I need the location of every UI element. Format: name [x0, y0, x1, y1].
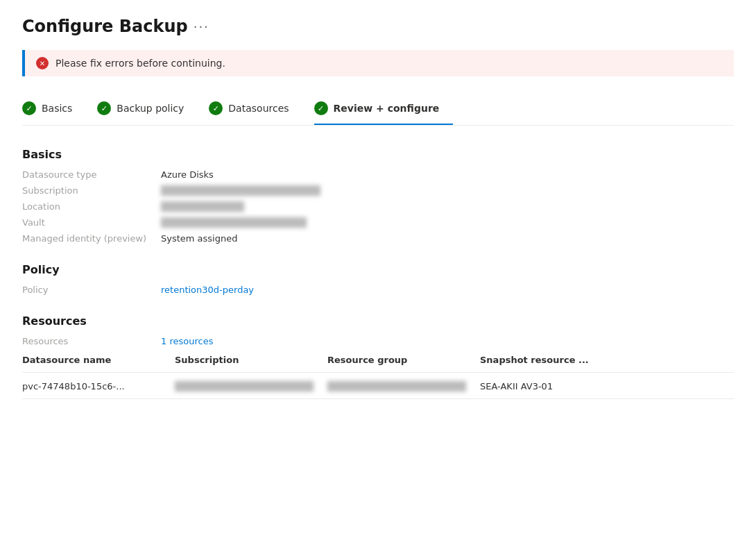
error-message: Please fix errors before continuing.: [55, 58, 225, 69]
value-subscription: ███████████████████████: [161, 185, 320, 196]
basics-section: Basics Datasource type Azure Disks Subsc…: [22, 148, 734, 244]
cell-subscription: ████████████████████: [175, 381, 327, 391]
page-title: Configure Backup: [22, 17, 188, 36]
label-location: Location: [22, 201, 161, 212]
cell-datasource-name: pvc-74748b10-15c6-...: [22, 381, 175, 391]
field-managed-identity: Managed identity (preview) System assign…: [22, 233, 734, 244]
field-subscription: Subscription ███████████████████████: [22, 185, 734, 196]
value-managed-identity: System assigned: [161, 233, 237, 244]
step-check-review-configure: [314, 101, 328, 115]
error-icon: [36, 57, 49, 69]
error-banner: Please fix errors before continuing.: [22, 50, 734, 76]
policy-section: Policy Policy retention30d-perday: [22, 263, 734, 295]
label-subscription: Subscription: [22, 185, 161, 196]
step-label-review-configure: Review + configure: [334, 103, 440, 114]
label-managed-identity: Managed identity (preview): [22, 233, 161, 244]
field-policy: Policy retention30d-perday: [22, 285, 734, 295]
value-datasource-type: Azure Disks: [161, 169, 214, 180]
step-datasources[interactable]: Datasources: [209, 93, 302, 125]
label-policy: Policy: [22, 285, 161, 295]
col-header-subscription: Subscription: [175, 352, 327, 368]
wizard-steps: Basics Backup policy Datasources Review …: [22, 93, 734, 126]
col-header-datasource-name: Datasource name: [22, 352, 175, 368]
step-check-datasources: [209, 101, 223, 115]
step-label-datasources: Datasources: [228, 103, 289, 114]
value-policy-link[interactable]: retention30d-perday: [161, 285, 254, 295]
col-header-snapshot-resource: Snapshot resource ...: [480, 352, 619, 368]
step-review-configure[interactable]: Review + configure: [314, 93, 454, 125]
step-check-backup-policy: [97, 101, 111, 115]
step-check-basics: [22, 101, 36, 115]
more-options-icon[interactable]: ···: [194, 19, 209, 34]
field-vault: Vault █████████████████████: [22, 217, 734, 228]
value-resources-count[interactable]: 1 resources: [161, 336, 213, 346]
step-backup-policy[interactable]: Backup policy: [97, 93, 198, 125]
page-header: Configure Backup ···: [22, 17, 734, 36]
cell-resource-group: ████████████████████: [327, 381, 480, 391]
label-vault: Vault: [22, 217, 161, 228]
value-location: ████████████: [161, 201, 244, 212]
table-row: pvc-74748b10-15c6-... ██████████████████…: [22, 374, 734, 399]
table-header: Datasource name Subscription Resource gr…: [22, 352, 734, 373]
resources-table: Datasource name Subscription Resource gr…: [22, 352, 734, 399]
policy-section-title: Policy: [22, 263, 734, 276]
field-datasource-type: Datasource type Azure Disks: [22, 169, 734, 180]
label-datasource-type: Datasource type: [22, 169, 161, 180]
value-vault: █████████████████████: [161, 217, 307, 228]
col-header-resource-group: Resource group: [327, 352, 480, 368]
step-label-backup-policy: Backup policy: [117, 103, 184, 114]
field-resources-count: Resources 1 resources: [22, 336, 734, 346]
resources-section-title: Resources: [22, 314, 734, 328]
cell-snapshot-resource: SEA-AKII AV3-01: [480, 381, 619, 391]
field-location: Location ████████████: [22, 201, 734, 212]
resources-section: Resources Resources 1 resources Datasour…: [22, 314, 734, 399]
step-label-basics: Basics: [42, 103, 72, 114]
basics-section-title: Basics: [22, 148, 734, 161]
step-basics[interactable]: Basics: [22, 93, 86, 125]
label-resources-count: Resources: [22, 336, 161, 346]
